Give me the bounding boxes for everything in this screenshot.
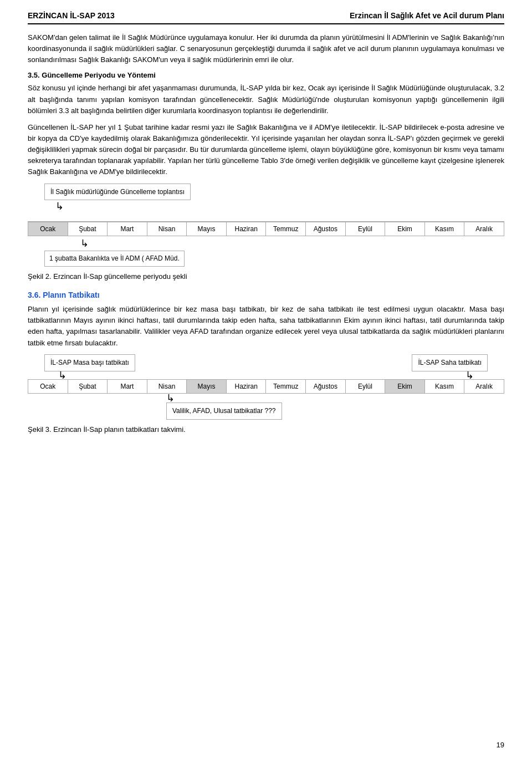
timeline2-note-right: İL-SAP Saha tatbikatı: [412, 354, 488, 371]
timeline1-month-aralık: Aralık: [464, 222, 504, 236]
timeline1-bottom-arrow: ↳: [80, 238, 504, 248]
timeline2-month-şubat: Şubat: [68, 380, 108, 393]
timeline2-month-mayıs: Mayıs: [187, 380, 227, 393]
timeline1-month-şubat: Şubat: [68, 222, 108, 236]
timeline1-bar: OcakŞubatMartNisanMayısHaziranTemmuzAğus…: [28, 221, 504, 236]
timeline1-month-ocak: Ocak: [28, 222, 68, 236]
page-header: ERZİNCAN İL-SAP 2013 Erzincan İl Sağlık …: [28, 11, 504, 24]
header-right: Erzincan İl Sağlık Afet ve Acil durum Pl…: [350, 11, 504, 20]
section-36-heading: 3.6. Planın Tatbikatı: [28, 291, 504, 299]
timeline1-bottom-note: 1 şubatta Bakanlıkta ve İl ADM ( AFAD Mü…: [44, 251, 185, 267]
paragraph-3: Güncellenen İL-SAP her yıl 1 Şubat tarih…: [28, 122, 504, 178]
timeline1-month-mart: Mart: [108, 222, 147, 236]
timeline1-month-ekim: Ekim: [385, 222, 425, 236]
paragraph-1: SAKOM'dan gelen talimat ile İl Sağlık Mü…: [28, 32, 504, 65]
timeline2-month-ağustos: Ağustos: [306, 380, 346, 393]
timeline2-bar: OcakŞubatMartNisanMayısHaziranTemmuzAğus…: [28, 379, 504, 394]
figure-3-caption: Şekil 3. Erzincan İl-Sap planın tatbikat…: [28, 425, 504, 434]
page-number: 19: [497, 741, 504, 749]
timeline2-month-eylül: Eylül: [346, 380, 386, 393]
timeline1-month-mayıs: Mayıs: [187, 222, 227, 236]
timeline2-arrow-left: ↳: [58, 371, 66, 379]
timeline3-bottom-note: Valilik, AFAD, Ulusal tatbikatlar ???: [166, 403, 282, 420]
timeline1-month-haziran: Haziran: [227, 222, 267, 236]
timeline1-top-note: İl Sağlık müdürlüğünde Güncelleme toplan…: [44, 184, 191, 201]
timeline2-month-kasım: Kasım: [425, 380, 465, 393]
timeline2-month-mart: Mart: [108, 380, 147, 393]
timeline1-month-ağustos: Ağustos: [306, 222, 346, 236]
timeline1-arrow: ↳: [55, 201, 504, 211]
timeline2-month-aralık: Aralık: [464, 380, 504, 393]
header-left: ERZİNCAN İL-SAP 2013: [28, 11, 115, 20]
timeline2-month-nisan: Nisan: [147, 380, 187, 393]
timeline2-bottom-arrow: ↳: [166, 394, 504, 403]
timeline1-month-kasım: Kasım: [425, 222, 465, 236]
timeline2-month-temmuz: Temmuz: [266, 380, 306, 393]
figure-2-caption: Şekil 2. Erzincan İl-Sap güncelleme peri…: [28, 272, 504, 281]
page: ERZİNCAN İL-SAP 2013 Erzincan İl Sağlık …: [0, 0, 532, 759]
paragraph-2: Söz konusu yıl içinde herhangi bir afet …: [28, 83, 504, 116]
section-35-heading: 3.5. Güncelleme Periyodu ve Yöntemi: [28, 71, 504, 79]
timeline2-arrow-right: ↳: [466, 371, 474, 379]
timeline-1: İl Sağlık müdürlüğünde Güncelleme toplan…: [28, 184, 504, 267]
timeline-2: İL-SAP Masa başı tatbikatı İL-SAP Saha t…: [28, 354, 504, 420]
timeline2-note-left: İL-SAP Masa başı tatbikatı: [44, 354, 135, 371]
timeline2-month-ocak: Ocak: [28, 380, 68, 393]
timeline1-month-temmuz: Temmuz: [266, 222, 306, 236]
timeline1-month-nisan: Nisan: [147, 222, 187, 236]
section-36-text: Planın yıl içerisinde sağlık müdürlükler…: [28, 304, 504, 349]
timeline2-month-haziran: Haziran: [227, 380, 267, 393]
timeline1-month-eylül: Eylül: [346, 222, 386, 236]
timeline2-month-ekim: Ekim: [385, 380, 425, 393]
